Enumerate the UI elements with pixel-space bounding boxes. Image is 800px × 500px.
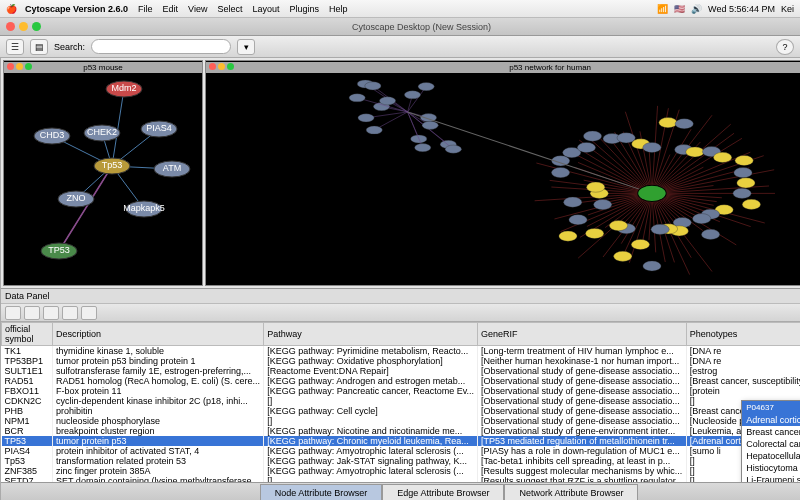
- canvas-p53-human[interactable]: p53 network for human: [205, 60, 800, 286]
- svg-line-167: [408, 112, 652, 193]
- column-header[interactable]: official symbol: [2, 323, 53, 346]
- search-options-button[interactable]: ▾: [237, 39, 255, 55]
- minimize-icon[interactable]: [19, 22, 28, 31]
- window-titlebar: Cytoscape Desktop (New Session): [0, 18, 800, 36]
- popup-item[interactable]: Histiocytoma▸: [742, 462, 800, 474]
- svg-text:ATM: ATM: [163, 163, 181, 173]
- svg-point-118: [587, 182, 605, 192]
- data-table-scroll[interactable]: official symbolDescriptionPathwayGeneRIF…: [1, 322, 800, 482]
- close-icon[interactable]: [6, 22, 15, 31]
- table-row[interactable]: Tp53transformation related protein 53[KE…: [2, 456, 801, 466]
- app-name: Cytoscape Version 2.6.0: [25, 4, 128, 14]
- svg-point-156: [379, 97, 395, 105]
- network-canvases: p53 mouse Mdm2CHD3CHEK2PIAS4Tp53ATMZNOMa…: [1, 58, 800, 288]
- apple-icon[interactable]: 🍎: [6, 4, 17, 14]
- tab-network-attributes[interactable]: Network Attribute Browser: [504, 484, 638, 501]
- svg-point-164: [349, 94, 365, 102]
- zoom-icon[interactable]: [32, 22, 41, 31]
- popup-header: P04637: [742, 401, 800, 414]
- svg-point-113: [559, 231, 577, 241]
- popup-item[interactable]: Li-Fraumeni syndrome▸: [742, 474, 800, 482]
- menubar-status: 📶 🇺🇸 🔊 Wed 5:56:44 PM Kei: [657, 4, 794, 14]
- help-icon[interactable]: ?: [776, 39, 794, 55]
- svg-text:Mapkapk5: Mapkapk5: [123, 203, 165, 213]
- menu-edit[interactable]: Edit: [163, 4, 179, 14]
- data-panel-tabs: Node Attribute Browser Edge Attribute Br…: [1, 482, 800, 500]
- table-row[interactable]: SULT1E1sulfotransferase family 1E, estro…: [2, 366, 801, 376]
- table-row[interactable]: PHBprohibitin[KEGG pathway: Cell cycle][…: [2, 406, 801, 416]
- traffic-lights: [6, 22, 41, 31]
- table-row[interactable]: TK1thymidine kinase 1, soluble[KEGG path…: [2, 346, 801, 357]
- menu-view[interactable]: View: [188, 4, 207, 14]
- table-row[interactable]: TP53BP1tumor protein p53 binding protein…: [2, 356, 801, 366]
- clock[interactable]: Wed 5:56:44 PM: [708, 4, 775, 14]
- tab-edge-attributes[interactable]: Edge Attribute Browser: [382, 484, 504, 501]
- column-header[interactable]: Phenotypes: [686, 323, 800, 346]
- table-row[interactable]: SETD7SET domain containing (lysine methy…: [2, 476, 801, 482]
- svg-point-122: [577, 142, 595, 152]
- toolbar-button[interactable]: [81, 306, 97, 320]
- wifi-icon[interactable]: 📶: [657, 4, 668, 14]
- svg-point-98: [742, 199, 760, 209]
- svg-line-94: [652, 170, 774, 194]
- mac-menubar: 🍎 Cytoscape Version 2.6.0 FileEditViewSe…: [0, 0, 800, 18]
- popup-item[interactable]: Hepatocellular carcinoma▸: [742, 450, 800, 462]
- svg-line-77: [625, 112, 652, 194]
- column-header[interactable]: Description: [53, 323, 264, 346]
- toolbar-button[interactable]: [62, 306, 78, 320]
- table-row[interactable]: RAD51RAD51 homolog (RecA homolog, E. col…: [2, 376, 801, 386]
- toolbar-button[interactable]: ▤: [30, 39, 48, 55]
- svg-point-109: [614, 251, 632, 261]
- svg-point-140: [411, 135, 427, 143]
- svg-point-166: [422, 121, 438, 129]
- volume-icon[interactable]: 🔊: [691, 4, 702, 14]
- table-row[interactable]: ZNF385zinc finger protein 385A[KEGG path…: [2, 466, 801, 476]
- svg-point-107: [643, 261, 661, 271]
- svg-point-123: [583, 131, 601, 141]
- table-row[interactable]: TP53tumor protein p53[KEGG pathway: Chro…: [2, 436, 801, 446]
- search-label: Search:: [54, 42, 85, 52]
- svg-line-8: [59, 166, 112, 251]
- column-header[interactable]: Pathway: [264, 323, 478, 346]
- svg-point-129: [675, 119, 693, 129]
- svg-point-97: [733, 188, 751, 198]
- svg-point-158: [418, 82, 434, 90]
- svg-text:TP53: TP53: [48, 245, 70, 255]
- svg-point-150: [415, 144, 431, 152]
- menu-select[interactable]: Select: [217, 4, 242, 14]
- toolbar-button[interactable]: [43, 306, 59, 320]
- popup-item[interactable]: Breast cancer▸: [742, 426, 800, 438]
- svg-point-162: [366, 126, 382, 134]
- table-row[interactable]: PIAS4protein inhibitor of activated STAT…: [2, 446, 801, 456]
- svg-point-111: [609, 221, 627, 231]
- search-input[interactable]: [91, 39, 231, 54]
- svg-point-154: [365, 82, 381, 90]
- svg-point-131: [686, 147, 704, 157]
- flag-icon[interactable]: 🇺🇸: [674, 4, 685, 14]
- toolbar-button[interactable]: [5, 306, 21, 320]
- table-row[interactable]: BCRbreakpoint cluster region[KEGG pathwa…: [2, 426, 801, 436]
- svg-point-160: [404, 91, 420, 99]
- column-header[interactable]: GeneRIF: [478, 323, 687, 346]
- toolbar-button[interactable]: ☰: [6, 39, 24, 55]
- table-row[interactable]: NPM1nucleoside phosphorylase[][Observati…: [2, 416, 801, 426]
- svg-point-101: [693, 214, 711, 224]
- popup-item[interactable]: Colorectal cancer▸: [742, 438, 800, 450]
- svg-text:PIAS4: PIAS4: [146, 123, 172, 133]
- tab-node-attributes[interactable]: Node Attribute Browser: [260, 484, 383, 501]
- menu-help[interactable]: Help: [329, 4, 348, 14]
- user-name[interactable]: Kei: [781, 4, 794, 14]
- canvas-p53-mouse[interactable]: p53 mouse Mdm2CHD3CHEK2PIAS4Tp53ATMZNOMa…: [3, 60, 203, 286]
- data-table: official symbolDescriptionPathwayGeneRIF…: [1, 322, 800, 482]
- svg-point-115: [593, 199, 611, 209]
- svg-point-134: [735, 155, 753, 165]
- table-row[interactable]: FBXO11F-box protein 11[KEGG pathway: Pan…: [2, 386, 801, 396]
- table-row[interactable]: CDKN2Ccyclin-dependent kinase inhibitor …: [2, 396, 801, 406]
- toolbar-button[interactable]: [24, 306, 40, 320]
- menu-file[interactable]: File: [138, 4, 153, 14]
- popup-item[interactable]: Adrenal cortical carcinoma▸: [742, 414, 800, 426]
- svg-point-133: [713, 152, 731, 162]
- menu-layout[interactable]: Layout: [252, 4, 279, 14]
- menu-plugins[interactable]: Plugins: [290, 4, 320, 14]
- svg-point-102: [701, 229, 719, 239]
